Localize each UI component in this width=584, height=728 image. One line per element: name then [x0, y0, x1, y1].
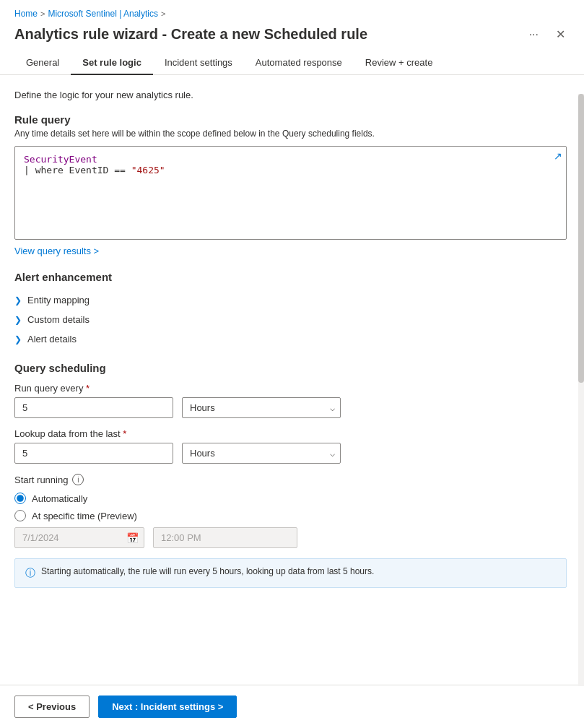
- title-icons: ··· ✕: [525, 26, 570, 43]
- date-input-wrapper: 📅: [14, 527, 144, 548]
- alert-enhancement-title: Alert enhancement: [14, 271, 567, 283]
- close-button[interactable]: ✕: [552, 26, 570, 43]
- tab-automated-response[interactable]: Automated response: [244, 51, 354, 75]
- query-scheduling-title: Query scheduling: [14, 362, 567, 374]
- start-running-text: Start running: [14, 474, 68, 485]
- scrollbar[interactable]: [578, 94, 584, 686]
- run-query-input[interactable]: [14, 397, 173, 418]
- tab-review-create[interactable]: Review + create: [354, 51, 445, 75]
- breadcrumb-sep-2: >: [161, 9, 165, 18]
- radio-specific-label: At specific time (Preview): [32, 511, 137, 521]
- scrollbar-thumb: [578, 94, 584, 383]
- tabs-bar: General Set rule logic Incident settings…: [0, 51, 584, 75]
- datetime-row: 📅: [14, 527, 567, 548]
- alert-enhancement-section: Alert enhancement ❯ Entity mapping ❯ Cus…: [14, 271, 567, 349]
- radio-auto-option[interactable]: Automatically: [14, 493, 567, 504]
- intro-text: Define the logic for your new analytics …: [14, 90, 567, 100]
- custom-details-label: Custom details: [27, 314, 90, 325]
- rule-query-subtitle: Any time details set here will be within…: [14, 129, 567, 139]
- breadcrumb-sentinel[interactable]: Microsoft Sentinel | Analytics: [48, 9, 158, 19]
- radio-specific-option[interactable]: At specific time (Preview): [14, 510, 567, 521]
- tab-incident-settings[interactable]: Incident settings: [153, 51, 244, 75]
- lookup-input[interactable]: [14, 443, 173, 464]
- main-content: Define the logic for your new analytics …: [0, 75, 584, 602]
- breadcrumb: Home > Microsoft Sentinel | Analytics >: [0, 0, 584, 23]
- query-editor[interactable]: SecurityEvent | where EventID == "4625": [14, 146, 567, 240]
- next-button[interactable]: Next : Incident settings >: [98, 696, 237, 718]
- view-query-results-link[interactable]: View query results >: [14, 246, 99, 256]
- radio-auto-input[interactable]: [14, 493, 26, 504]
- more-options-button[interactable]: ···: [525, 27, 543, 43]
- query-editor-container: ↗ SecurityEvent | where EventID == "4625…: [14, 146, 567, 240]
- breadcrumb-home[interactable]: Home: [14, 9, 38, 19]
- footer: < Previous Next : Incident settings >: [0, 685, 584, 728]
- info-box-text: Starting automatically, the rule will ru…: [41, 566, 374, 576]
- entity-mapping-label: Entity mapping: [27, 295, 90, 306]
- tab-set-rule-logic[interactable]: Set rule logic: [71, 51, 153, 75]
- radio-specific-input[interactable]: [14, 510, 26, 521]
- query-scheduling-section: Query scheduling Run query every Hours M…: [14, 362, 567, 588]
- date-input[interactable]: [14, 527, 144, 548]
- previous-button[interactable]: < Previous: [14, 696, 90, 718]
- info-box: ⓘ Starting automatically, the rule will …: [14, 558, 567, 588]
- alert-details-item[interactable]: ❯ Alert details: [14, 329, 567, 349]
- chevron-right-icon-3: ❯: [14, 334, 22, 344]
- start-running-info-icon[interactable]: i: [72, 474, 84, 485]
- chevron-right-icon: ❯: [14, 295, 22, 306]
- run-query-row: Hours Minutes Days ⌵: [14, 397, 567, 418]
- entity-mapping-item[interactable]: ❯ Entity mapping: [14, 290, 567, 310]
- run-query-label: Run query every: [14, 383, 567, 394]
- page-title-row: Analytics rule wizard - Create a new Sch…: [0, 23, 584, 51]
- rule-query-section: Rule query Any time details set here wil…: [14, 113, 567, 271]
- radio-auto-label: Automatically: [32, 493, 87, 504]
- lookup-unit-wrapper: Hours Minutes Days ⌵: [182, 443, 341, 464]
- breadcrumb-sep-1: >: [40, 9, 45, 18]
- custom-details-item[interactable]: ❯ Custom details: [14, 310, 567, 329]
- lookup-label: Lookup data from the last: [14, 428, 567, 439]
- info-box-icon: ⓘ: [25, 567, 35, 580]
- lookup-unit-select[interactable]: Hours Minutes Days: [182, 443, 341, 464]
- start-running-label: Start running i: [14, 474, 567, 485]
- run-query-unit-select[interactable]: Hours Minutes Days: [182, 397, 341, 418]
- page-title: Analytics rule wizard - Create a new Sch…: [14, 26, 367, 43]
- rule-query-title: Rule query: [14, 113, 567, 126]
- time-input[interactable]: [153, 527, 297, 548]
- tab-general[interactable]: General: [14, 51, 71, 75]
- lookup-row: Hours Minutes Days ⌵: [14, 443, 567, 464]
- expand-icon[interactable]: ↗: [554, 150, 562, 162]
- run-query-unit-wrapper: Hours Minutes Days ⌵: [182, 397, 341, 418]
- chevron-right-icon-2: ❯: [14, 315, 22, 325]
- alert-details-label: Alert details: [27, 334, 77, 344]
